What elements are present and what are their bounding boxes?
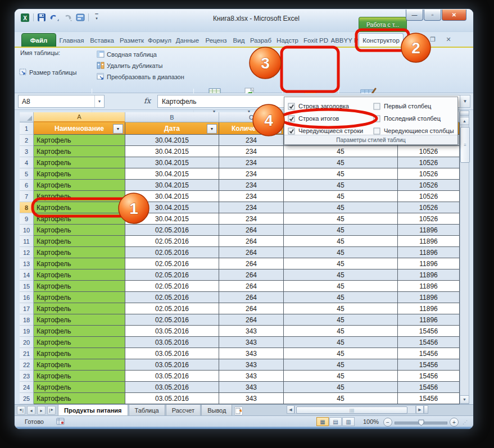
tab-4[interactable]: Формул <box>147 34 173 47</box>
cell[interactable]: 02.05.2016 <box>125 236 219 247</box>
row-header-20[interactable]: 20 <box>20 337 34 348</box>
sheet-tab[interactable]: Таблица <box>129 405 165 416</box>
cell[interactable]: Картофель <box>34 281 125 292</box>
cell[interactable]: 02.05.2016 <box>125 258 219 269</box>
minimize-button[interactable]: — <box>406 10 423 21</box>
cell[interactable]: 343 <box>219 393 284 404</box>
cell[interactable]: 45 <box>284 292 398 303</box>
cell[interactable]: 11896 <box>398 314 460 326</box>
page-break-view-icon[interactable]: ▥ <box>342 417 355 426</box>
row-header-12[interactable]: 12 <box>20 247 34 258</box>
cell[interactable]: 343 <box>219 326 284 337</box>
cell[interactable]: Картофель <box>34 314 125 326</box>
cell[interactable]: Картофель <box>34 258 125 269</box>
style-option-checked[interactable]: Строка заголовка <box>288 100 373 112</box>
cell[interactable]: 15456 <box>398 348 460 359</box>
cell[interactable]: 264 <box>219 236 284 247</box>
close-button[interactable]: ✕ <box>442 10 466 21</box>
cell[interactable]: 264 <box>219 281 284 292</box>
cell[interactable]: Картофель <box>34 247 125 258</box>
row-header-6[interactable]: 6 <box>20 180 34 191</box>
tab-1[interactable]: Главная <box>56 34 87 47</box>
zoom-out-icon[interactable]: − <box>383 418 392 427</box>
row-header-22[interactable]: 22 <box>20 359 34 371</box>
cell[interactable]: 45 <box>284 202 398 213</box>
cell[interactable]: 45 <box>284 359 398 371</box>
cell[interactable]: Картофель <box>34 348 125 359</box>
cell[interactable]: 45 <box>284 191 398 202</box>
cell[interactable]: 02.05.2016 <box>125 269 219 281</box>
cell[interactable]: Картофель <box>34 269 125 281</box>
cell[interactable]: 45 <box>284 303 398 314</box>
row-header-24[interactable]: 24 <box>20 382 34 393</box>
cell[interactable]: Картофель <box>34 371 125 382</box>
cell[interactable]: 234 <box>219 168 284 180</box>
cell[interactable]: 10526 <box>398 180 460 191</box>
zoom-in-icon[interactable]: + <box>450 418 459 427</box>
cell[interactable]: 03.05.2016 <box>125 359 219 371</box>
row-header-5[interactable]: 5 <box>20 168 34 180</box>
column-header-A[interactable]: A <box>34 112 125 122</box>
cell[interactable]: 30.04.2015 <box>125 157 219 168</box>
scroll-left-icon[interactable]: ◀ <box>287 405 294 414</box>
cell[interactable]: 03.05.2016 <box>125 371 219 382</box>
cell[interactable]: 234 <box>219 191 284 202</box>
checkbox-unchecked-icon[interactable] <box>373 103 380 110</box>
cell[interactable]: 45 <box>284 146 398 157</box>
cell[interactable]: 30.04.2015 <box>125 202 219 213</box>
cell[interactable]: Картофель <box>34 326 125 337</box>
checkbox-unchecked-icon[interactable] <box>373 115 380 122</box>
cell[interactable]: 11896 <box>398 225 460 236</box>
cell[interactable]: 45 <box>284 337 398 348</box>
cell[interactable]: 45 <box>284 168 398 180</box>
cell[interactable]: 45 <box>284 393 398 404</box>
cell[interactable]: 234 <box>219 157 284 168</box>
cell[interactable]: Картофель <box>34 393 125 404</box>
cell[interactable]: Картофель <box>34 225 125 236</box>
scroll-up-icon[interactable]: ▲ <box>460 117 469 125</box>
cell[interactable]: 02.05.2016 <box>125 281 219 292</box>
maximize-button[interactable]: ▫ <box>424 10 441 21</box>
column-header-B[interactable]: B <box>125 112 219 122</box>
cell[interactable]: 03.05.2016 <box>125 326 219 337</box>
cell[interactable]: 15456 <box>398 382 460 393</box>
name-box-dropdown-icon[interactable]: ▼ <box>94 95 104 107</box>
page-layout-view-icon[interactable]: ▤ <box>329 417 342 426</box>
cell[interactable]: 02.05.2016 <box>125 292 219 303</box>
cell[interactable]: 343 <box>219 348 284 359</box>
row-header-1[interactable]: 1 <box>20 122 34 135</box>
row-header-13[interactable]: 13 <box>20 258 34 269</box>
cell[interactable]: 30.04.2015 <box>125 168 219 180</box>
tab-10[interactable]: Foxit PD <box>301 34 330 47</box>
tab-8[interactable]: Разраб <box>248 34 274 47</box>
cell[interactable]: 10526 <box>398 202 460 213</box>
fx-icon[interactable]: fx <box>144 97 151 105</box>
cell[interactable]: 10526 <box>398 213 460 225</box>
cell[interactable]: Картофель <box>34 180 125 191</box>
checkbox-checked-icon[interactable] <box>288 115 295 122</box>
row-header-17[interactable]: 17 <box>20 303 34 314</box>
cell[interactable]: 343 <box>219 382 284 393</box>
cell[interactable]: Картофель <box>34 236 125 247</box>
cell[interactable]: 45 <box>284 326 398 337</box>
row-header-25[interactable]: 25 <box>20 393 34 404</box>
cell[interactable]: 264 <box>219 292 284 303</box>
macro-record-icon[interactable] <box>56 418 65 426</box>
workbook-restore-button[interactable]: ❐ <box>427 36 438 43</box>
cell[interactable]: Картофель <box>34 213 125 225</box>
tab-11[interactable]: ABBYY P <box>330 34 359 47</box>
contextual-tab-group-label[interactable]: Работа с т... <box>359 17 407 32</box>
next-sheet-icon[interactable]: ▸ <box>37 406 46 415</box>
zoom-slider-thumb[interactable] <box>418 419 424 427</box>
cell[interactable]: 234 <box>219 202 284 213</box>
last-sheet-icon[interactable]: |⯈ <box>47 406 56 415</box>
first-sheet-icon[interactable]: ⯇| <box>17 406 25 415</box>
row-header-18[interactable]: 18 <box>20 314 34 326</box>
cell[interactable]: 343 <box>219 337 284 348</box>
customize-qat-icon[interactable]: ▔▾ <box>92 12 102 22</box>
row-header-16[interactable]: 16 <box>20 292 34 303</box>
resize-table-button[interactable]: Размер таблицы <box>19 68 76 76</box>
tab-split-handle[interactable] <box>424 405 428 414</box>
scroll-right-icon[interactable]: ▶ <box>416 405 424 414</box>
scroll-down-icon[interactable]: ▼ <box>460 395 469 404</box>
